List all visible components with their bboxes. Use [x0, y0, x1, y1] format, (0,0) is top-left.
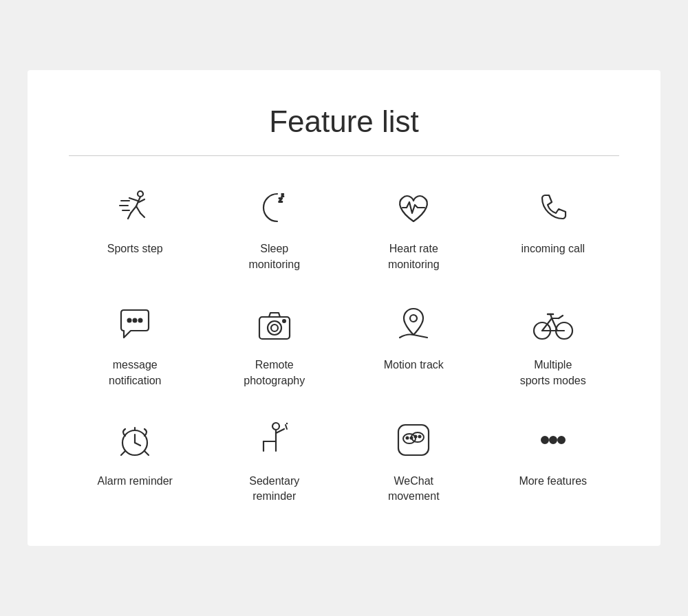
more-features-label: More features [519, 474, 587, 489]
features-grid: Sports step Z z Sleepmonitoring [69, 184, 619, 504]
svg-line-31 [144, 451, 149, 455]
feature-sedentary-reminder: Sedentaryreminder [208, 416, 341, 505]
sedentary-icon [250, 416, 299, 464]
svg-line-30 [121, 451, 125, 455]
message-icon [111, 300, 159, 348]
svg-point-17 [268, 321, 281, 335]
sleep-monitoring-label: Sleepmonitoring [248, 241, 300, 272]
phone-icon [529, 184, 577, 232]
svg-point-45 [411, 437, 413, 439]
feature-sleep-monitoring: Z z Sleepmonitoring [208, 184, 341, 272]
alarm-icon [111, 416, 159, 464]
svg-point-42 [403, 434, 416, 443]
svg-point-33 [272, 423, 279, 430]
svg-point-15 [139, 319, 142, 322]
feature-message-notification: messagenotification [69, 300, 202, 388]
more-icon [529, 416, 577, 464]
svg-text:Z: Z [279, 197, 283, 204]
motion-track-label: Motion track [384, 358, 444, 373]
sedentary-reminder-label: Sedentaryreminder [249, 474, 299, 505]
svg-point-19 [283, 320, 286, 322]
feature-more-features: More features [487, 416, 620, 505]
svg-point-46 [415, 435, 417, 437]
svg-point-18 [271, 324, 278, 331]
title-divider [69, 155, 619, 156]
svg-text:z: z [281, 192, 284, 197]
feature-sports-step: Sports step [69, 184, 202, 272]
page-title: Feature list [69, 104, 619, 139]
incoming-call-label: incoming call [522, 241, 585, 256]
sports-step-label: Sports step [107, 241, 163, 256]
svg-point-43 [411, 432, 424, 442]
svg-point-14 [133, 319, 137, 322]
svg-point-50 [558, 437, 565, 443]
message-notification-label: messagenotification [109, 358, 162, 388]
svg-point-47 [419, 435, 421, 437]
feature-alarm-reminder: Alarm reminder [69, 416, 202, 505]
svg-point-0 [138, 191, 143, 197]
cycling-icon [529, 300, 577, 348]
svg-line-7 [140, 213, 144, 217]
feature-wechat-movement: WeChatmovement [347, 416, 480, 505]
heart-rate-label: Heart ratemonitoring [388, 241, 440, 272]
svg-point-13 [128, 319, 131, 322]
svg-point-44 [407, 437, 409, 439]
svg-line-4 [131, 206, 136, 213]
svg-point-49 [550, 437, 557, 443]
remote-photography-label: Remotephotography [244, 358, 305, 388]
camera-icon [250, 300, 299, 348]
motion-icon [389, 300, 438, 348]
feature-remote-photography: Remotephotography [208, 300, 341, 388]
sleep-icon: Z z [250, 184, 299, 232]
wechat-movement-label: WeChatmovement [388, 474, 440, 505]
feature-incoming-call: incoming call [487, 184, 620, 272]
svg-line-6 [136, 206, 140, 213]
alarm-reminder-label: Alarm reminder [98, 474, 173, 489]
svg-line-24 [559, 316, 563, 318]
svg-line-29 [135, 443, 140, 446]
multiple-sports-modes-label: Multiplesports modes [520, 358, 586, 388]
feature-multiple-sports-modes: Multiplesports modes [487, 300, 620, 388]
heart-rate-icon [389, 184, 438, 232]
feature-heart-rate: Heart ratemonitoring [347, 184, 480, 272]
svg-point-20 [410, 315, 417, 322]
svg-line-39 [286, 425, 287, 429]
svg-line-2 [129, 198, 138, 201]
wechat-icon [389, 416, 438, 464]
svg-line-5 [128, 213, 131, 219]
feature-motion-track: Motion track [347, 300, 480, 388]
running-icon [111, 184, 159, 232]
feature-list-card: Feature list [28, 70, 660, 545]
svg-point-48 [541, 437, 548, 443]
